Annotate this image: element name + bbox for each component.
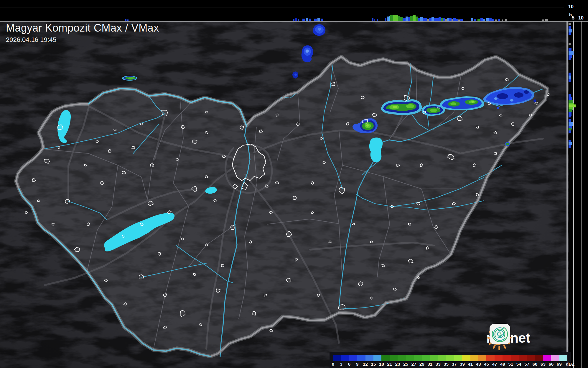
scale-color-segment (349, 355, 357, 361)
scale-color-segment (470, 355, 478, 361)
radar-echo-pixel (569, 145, 571, 148)
radar-echo-pixel (293, 19, 294, 21)
radar-echo-pixel (495, 19, 497, 21)
radar-echo-pixel (505, 19, 507, 21)
scale-color-segment (527, 355, 535, 361)
radar-echo-pixel (385, 18, 386, 21)
radar-echo-pixel (439, 17, 441, 21)
header: Magyar Kompozit CMax / VMax 2026.04.16 1… (6, 22, 159, 44)
radar-echo-pixel (569, 73, 571, 76)
scale-tick-label: 27 (411, 362, 416, 367)
radar-echo-pixel (441, 18, 443, 21)
radar-echo-pixel (569, 140, 571, 142)
scale-tick-label: 57 (524, 362, 529, 367)
right-axis-label-5: 5 (572, 15, 574, 21)
dbz-scale-bar (333, 355, 567, 361)
radar-echo-pixel (431, 17, 434, 21)
radar-echo-pixel (423, 18, 425, 21)
scale-color-segment (446, 355, 454, 361)
radar-echo-pixel (403, 18, 406, 21)
radar-echo-pixel (302, 19, 305, 21)
radar-echo-pixel (569, 55, 572, 58)
scale-tick-label: 18 (379, 362, 384, 367)
radar-echo-pixel (569, 58, 571, 60)
scale-tick-label: 25 (403, 362, 408, 367)
top-axis-label-5: 5 (569, 12, 572, 17)
top-axis-label-10: 10 (568, 4, 574, 9)
radar-echo-pixel (569, 48, 571, 51)
scale-tick-label: 31 (427, 362, 432, 367)
radar-echo-pixel (408, 17, 410, 21)
radar-echo-pixel (569, 51, 574, 55)
scale-tick-label: 63 (541, 362, 546, 367)
scale-tick-label: 66 (549, 362, 554, 367)
radar-echo-pixel (443, 18, 445, 21)
radar-echo-pixel (569, 32, 571, 35)
dbz-scale-ticks: 0369121518212325272931333537394143454749… (333, 362, 567, 367)
scale-color-segment (406, 355, 414, 361)
scale-color-segment (390, 355, 398, 361)
radar-echo-pixel (387, 17, 389, 21)
scale-tick-label: 29 (419, 362, 424, 367)
radar-echo-pixel (410, 16, 413, 21)
radar-echo-pixel (434, 18, 436, 21)
radar-echo-pixel (418, 18, 420, 21)
radar-echo-pixel (569, 119, 571, 122)
radar-echo-pixel (569, 76, 571, 80)
metnet-logo: metnet (486, 323, 569, 352)
radar-echo-pixel (569, 23, 571, 25)
radar-echo-pixel (447, 18, 449, 21)
scale-color-segment (462, 355, 470, 361)
radar-echo-pixel (372, 18, 373, 21)
scale-tick-label: 41 (468, 362, 473, 367)
scale-tick-label: 43 (476, 362, 481, 367)
scale-tick-label: 9 (356, 362, 358, 367)
scale-color-segment (333, 355, 341, 361)
radar-echo-pixel (317, 18, 320, 21)
dbz-scale-panel: 0369121518212325272931333537394143454749… (330, 352, 571, 368)
radar-echo-pixel (393, 15, 398, 21)
radar-echo-pixel (413, 15, 416, 21)
radar-echo-pixel (502, 19, 503, 21)
radar-echo-pixel (306, 18, 308, 21)
radar-echo-pixel (425, 18, 427, 21)
radar-echo-pixel (127, 19, 129, 21)
scale-tick-label: 51 (508, 362, 513, 367)
radar-echo-pixel (406, 17, 408, 21)
radar-echo-pixel (398, 16, 400, 21)
scale-tick-label: dBZ (566, 362, 574, 367)
scale-tick-label: 12 (363, 362, 368, 367)
radar-echo-pixel (389, 16, 390, 21)
radar-echo-pixel (416, 17, 418, 21)
radar-echo-pixel (471, 18, 473, 21)
top-profile-strip (0, 0, 588, 21)
radar-echo-pixel (569, 43, 571, 45)
radar-echo-pixel (569, 109, 572, 112)
scale-color-segment (341, 355, 349, 361)
radar-echo-pixel (377, 19, 378, 21)
scale-color-segment (551, 355, 559, 361)
scale-tick-label: 37 (452, 362, 457, 367)
radar-echo-pixel (445, 19, 447, 21)
radar-echo-pixel (569, 142, 572, 145)
radar-echo-pixel (427, 19, 429, 21)
radar-echo-pixel (420, 17, 423, 21)
radar-echo-pixel (569, 26, 571, 29)
radar-echo-pixel (569, 128, 571, 130)
radar-echo-pixel (374, 19, 375, 21)
scale-color-segment (454, 355, 462, 361)
scale-color-segment (365, 355, 373, 361)
scale-color-segment (430, 355, 438, 361)
right-axis-label-10: 10 (578, 15, 584, 21)
scale-color-segment (495, 355, 503, 361)
scale-color-segment (357, 355, 365, 361)
radar-echo-pixel (498, 19, 500, 21)
radar-echo-pixel (489, 18, 492, 21)
radar-echo-pixel (390, 15, 393, 21)
page-title: Magyar Kompozit CMax / VMax (6, 22, 159, 34)
scale-tick-label: 47 (492, 362, 497, 367)
scale-color-segment (398, 355, 406, 361)
scale-color-segment (422, 355, 430, 361)
scale-color-segment (414, 355, 422, 361)
radar-echo-pixel (569, 29, 572, 32)
